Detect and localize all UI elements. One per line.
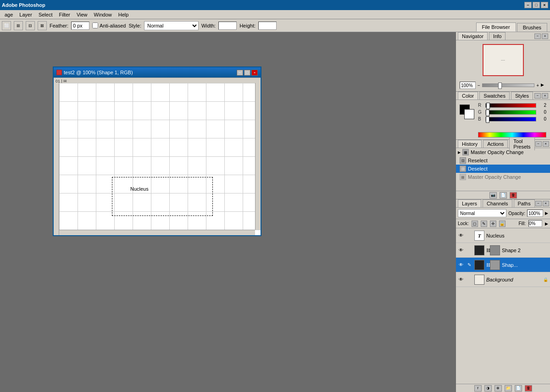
menu-item-age[interactable]: age bbox=[2, 11, 16, 18]
lock-transparent-pixels-button[interactable]: ◻ bbox=[472, 221, 478, 227]
background-swatch[interactable] bbox=[464, 109, 474, 119]
color-tab[interactable]: Color bbox=[458, 92, 478, 99]
opacity-arrow[interactable]: ▶ bbox=[545, 211, 548, 215]
green-slider-track[interactable] bbox=[485, 110, 536, 115]
maximize-button[interactable]: □ bbox=[533, 2, 540, 8]
add-selection-button[interactable]: ⊞ bbox=[14, 21, 23, 30]
fill-input[interactable] bbox=[528, 220, 542, 227]
layers-panel-buttons: − × bbox=[535, 201, 549, 206]
layers-minimize-button[interactable]: − bbox=[535, 201, 542, 206]
layer-visibility-nucleus[interactable]: 👁 bbox=[458, 232, 464, 239]
title-bar: Adobe Photoshop − □ × bbox=[0, 0, 550, 10]
layer-row-nucleus[interactable]: 👁 T Nucleus bbox=[456, 228, 550, 243]
red-slider-track[interactable] bbox=[485, 103, 536, 108]
doc-close-button[interactable]: × bbox=[251, 70, 258, 76]
zoom-decrease-icon[interactable]: − bbox=[478, 83, 480, 88]
navigator-minimize-button[interactable]: − bbox=[534, 33, 541, 39]
subtract-selection-button[interactable]: ⊟ bbox=[26, 21, 35, 30]
minimize-button[interactable]: − bbox=[524, 2, 532, 8]
layer-row-shap[interactable]: 👁 ✎ ⛓ Shap... bbox=[456, 258, 550, 272]
actions-tab[interactable]: Actions bbox=[483, 140, 508, 148]
new-layer-button[interactable]: 📄 bbox=[515, 385, 522, 392]
history-minimize-button[interactable]: − bbox=[535, 141, 542, 147]
channels-tab[interactable]: Channels bbox=[483, 199, 512, 207]
navigator-close-button[interactable]: × bbox=[542, 33, 548, 39]
adjustment-layer-button[interactable]: ⊕ bbox=[494, 385, 502, 392]
menu-item-window[interactable]: Window bbox=[91, 11, 115, 18]
history-icon-3: ⊡ bbox=[460, 166, 466, 172]
navigator-panel-buttons: − × bbox=[534, 33, 548, 39]
brushes-tab[interactable]: Brushes bbox=[517, 23, 547, 32]
zoom-increase-icon[interactable]: + bbox=[536, 83, 539, 88]
history-tab[interactable]: History bbox=[458, 140, 482, 148]
history-close-button[interactable]: × bbox=[543, 141, 549, 147]
history-item-4[interactable]: ▦ Master Opacity Change bbox=[456, 173, 550, 181]
layer-style-button[interactable]: f bbox=[474, 385, 482, 392]
file-browser-tab[interactable]: File Browser bbox=[476, 22, 516, 32]
styles-tab[interactable]: Styles bbox=[511, 92, 533, 99]
horizontal-scrollbar[interactable] bbox=[59, 230, 255, 235]
history-delete-button[interactable]: 🗑 bbox=[510, 192, 517, 199]
color-minimize-button[interactable]: − bbox=[534, 93, 541, 99]
swatches-tab[interactable]: Swatches bbox=[479, 92, 510, 99]
lock-image-pixels-button[interactable]: ✎ bbox=[481, 221, 487, 227]
layers-close-button[interactable]: × bbox=[543, 201, 549, 206]
history-new-document-button[interactable]: 📄 bbox=[500, 192, 507, 199]
layer-visibility-shap[interactable]: 👁 bbox=[458, 262, 464, 268]
lock-position-button[interactable]: ✛ bbox=[490, 221, 496, 227]
info-tab[interactable]: Info bbox=[489, 32, 506, 40]
style-select[interactable]: Normal Fixed Aspect Ratio Fixed Size bbox=[144, 21, 199, 30]
layer-mask-button[interactable]: ◑ bbox=[484, 385, 492, 392]
green-slider-row: G 0 bbox=[478, 110, 546, 115]
intersect-selection-button[interactable]: ⊠ bbox=[38, 21, 47, 30]
tool-presets-tab[interactable]: Tool Presets bbox=[509, 137, 534, 150]
blue-slider-row: B 0 bbox=[478, 116, 546, 121]
layer-row-background[interactable]: 👁 Background 🔒 bbox=[456, 272, 550, 287]
layer-visibility-background[interactable]: 👁 bbox=[458, 276, 464, 283]
zoom-slider[interactable] bbox=[482, 83, 534, 87]
delete-layer-button[interactable]: 🗑 bbox=[525, 385, 532, 392]
blue-label: B bbox=[478, 116, 483, 121]
green-slider-thumb[interactable] bbox=[486, 110, 489, 116]
red-slider-thumb[interactable] bbox=[486, 103, 490, 109]
doc-maximize-button[interactable]: □ bbox=[244, 70, 250, 76]
layer-brush-shap[interactable]: ✎ bbox=[466, 262, 472, 268]
doc-minimize-button[interactable]: − bbox=[237, 70, 243, 76]
height-input[interactable] bbox=[258, 22, 277, 30]
layer-visibility-shape2[interactable]: 👁 bbox=[458, 247, 464, 254]
history-bottom-bar: 📷 📄 🗑 bbox=[456, 191, 550, 199]
new-selection-button[interactable]: ⬜ bbox=[2, 21, 11, 30]
close-button[interactable]: × bbox=[541, 2, 548, 8]
layers-tab[interactable]: Layers bbox=[458, 199, 481, 207]
blue-slider-track[interactable] bbox=[485, 117, 536, 121]
history-item-3[interactable]: ⊡ Deselect bbox=[456, 165, 550, 173]
document-canvas[interactable]: Nucleus bbox=[59, 83, 261, 235]
feather-input[interactable] bbox=[71, 22, 89, 30]
history-snapshot-button[interactable]: 📷 bbox=[489, 192, 497, 199]
zoom-slider-thumb[interactable] bbox=[498, 83, 502, 89]
menu-item-select[interactable]: Select bbox=[36, 11, 56, 18]
layers-panel: Layers Channels Paths − × Normal Multipl… bbox=[456, 199, 550, 392]
navigator-menu-button[interactable]: ▶ bbox=[541, 83, 546, 88]
lock-all-button[interactable]: 🔒 bbox=[499, 221, 506, 227]
zoom-input[interactable] bbox=[460, 82, 476, 89]
doc-icon bbox=[56, 70, 62, 75]
blend-mode-select[interactable]: Normal Multiply Screen bbox=[458, 209, 506, 217]
menu-item-layer[interactable]: Layer bbox=[17, 11, 35, 18]
layers-lock-row: Lock: ◻ ✎ ✛ 🔒 Fill: ▶ bbox=[456, 219, 550, 228]
menu-item-help[interactable]: Help bbox=[116, 11, 132, 18]
paths-tab[interactable]: Paths bbox=[514, 199, 535, 207]
fill-arrow[interactable]: ▶ bbox=[545, 221, 548, 226]
menu-item-filter[interactable]: Filter bbox=[56, 11, 72, 18]
anti-alias-checkbox[interactable] bbox=[92, 22, 98, 28]
vertical-scrollbar[interactable] bbox=[255, 83, 261, 230]
layer-group-button[interactable]: 📁 bbox=[505, 385, 512, 392]
navigator-tab[interactable]: Navigator bbox=[458, 32, 488, 40]
layer-row-shape2[interactable]: 👁 ⛓ Shape 2 bbox=[456, 243, 550, 258]
opacity-input[interactable] bbox=[527, 210, 543, 217]
history-item-2[interactable]: ⊡ Reselect bbox=[456, 156, 550, 165]
color-close-button[interactable]: × bbox=[542, 93, 548, 99]
width-input[interactable] bbox=[218, 22, 237, 30]
menu-item-view[interactable]: View bbox=[74, 11, 90, 18]
blue-slider-thumb[interactable] bbox=[486, 116, 489, 123]
